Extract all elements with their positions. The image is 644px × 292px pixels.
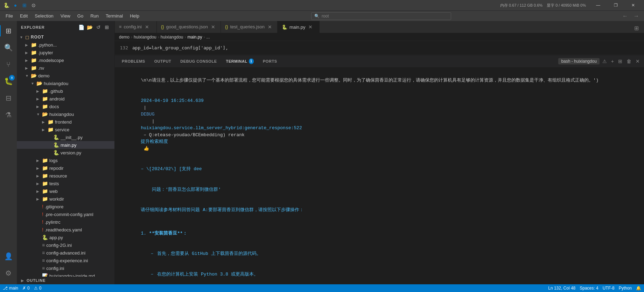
tab-main-py[interactable]: 🐍 main.py ✕ xyxy=(278,21,320,33)
tree-item-modelscope[interactable]: ▶ 📁 .modelscope xyxy=(17,56,114,64)
tree-item-jupyter[interactable]: ▶ 📁 .jupyter xyxy=(17,49,114,56)
nav-forward-button[interactable]: → xyxy=(631,12,641,20)
tree-item-config-advanced[interactable]: ≡ config-advanced.ini xyxy=(17,249,114,257)
tree-item-huixiangdou-md[interactable]: 📝 huixiangdou-inside.md xyxy=(17,272,114,277)
terminal-close-button[interactable]: ✕ xyxy=(634,58,641,65)
terminal-debug-line: 2024-04-10 16:25:44.639 | DEBUG | huixia… xyxy=(119,91,640,159)
tree-item-repodir[interactable]: ▶ 📁 repodir xyxy=(17,164,114,172)
tree-item-readthedocs[interactable]: ! .readthedocs.yaml xyxy=(17,226,114,234)
nav-back-button[interactable]: ← xyxy=(620,12,630,20)
tree-item-config-experience[interactable]: ≡ config-experience.ini xyxy=(17,257,114,264)
breadcrumb-sep-1: › xyxy=(131,35,132,40)
title-bar-right: 内存 0.67 / 112 GB 0.6% 显字 0 / 40950 MiB 0… xyxy=(500,0,641,11)
terminal-notice-line: \n\n请注意，以上步骤仅提供了一个基本的部署流程，您可能需要根据您的具体需求进… xyxy=(119,70,640,91)
tree-item-workdir[interactable]: ▶ 📁 workdir xyxy=(17,195,114,203)
tree-item-resource[interactable]: ▶ 📁 resource xyxy=(17,172,114,180)
tree-item-demo[interactable]: ▼ 📂 demo xyxy=(17,72,114,79)
activity-icon-git[interactable]: ⑂ xyxy=(0,56,17,73)
tree-item-app-py[interactable]: 🐍 app.py xyxy=(17,234,114,241)
status-language[interactable]: Python xyxy=(619,286,632,291)
new-file-icon[interactable]: 📄 xyxy=(78,24,85,31)
menu-help[interactable]: Help xyxy=(127,12,142,20)
terminal-split-button[interactable]: ⊞ xyxy=(617,58,624,65)
activity-icon-files[interactable]: ⊞ xyxy=(0,22,17,39)
tree-root[interactable]: ▼ ◻ ROOT xyxy=(17,33,114,41)
status-ln-col[interactable]: Ln 132, Col 48 xyxy=(548,286,575,291)
tree-item-web[interactable]: ▶ 📁 web xyxy=(17,187,114,195)
close-button[interactable]: ✕ xyxy=(625,0,641,11)
search-bar[interactable]: 🔍 root xyxy=(311,12,451,20)
tree-item-version-py[interactable]: 🐍 version.py xyxy=(17,149,114,157)
menu-selection[interactable]: Selection xyxy=(32,12,56,20)
status-warnings[interactable]: ⚠ 0 xyxy=(34,286,42,291)
tree-item-nv[interactable]: ▶ 📁 .nv xyxy=(17,64,114,72)
breadcrumb-dots[interactable]: ... xyxy=(206,35,210,40)
tree-item-python[interactable]: ▶ 📁 .python... xyxy=(17,41,114,49)
panel-tab-problems[interactable]: PROBLEMS xyxy=(118,55,149,68)
tree-item-logs[interactable]: ▶ 📁 logs xyxy=(17,157,114,164)
minimize-button[interactable]: — xyxy=(590,0,606,11)
tree-item-docs[interactable]: ▶ 📁 docs xyxy=(17,103,114,110)
tree-item-config-ini[interactable]: ≡ config.ini xyxy=(17,264,114,272)
tree-item-tests[interactable]: ▶ 📁 tests xyxy=(17,180,114,187)
menu-run[interactable]: Run xyxy=(88,12,102,20)
status-notification-bell[interactable]: 🔔 xyxy=(636,286,641,291)
tree-item-pylintrc[interactable]: ! .pylintrc xyxy=(17,218,114,226)
tab-config-ini[interactable]: ≡ config.ini ✕ xyxy=(115,21,157,33)
line-number: 132 xyxy=(115,45,132,50)
terminal-plus-button[interactable]: + xyxy=(610,58,615,65)
activity-icon-account[interactable]: 👤 xyxy=(0,248,17,265)
breadcrumb-demo[interactable]: demo xyxy=(119,35,130,40)
tab-close-main-py[interactable]: ✕ xyxy=(307,24,314,30)
tree-item-main-py[interactable]: 🐍 main.py xyxy=(17,141,114,149)
panel-tab-debug-console[interactable]: DEBUG CONSOLE xyxy=(176,55,221,68)
tree-item-init-py[interactable]: 🐍 __init__.py xyxy=(17,133,114,141)
menu-file[interactable]: File xyxy=(3,12,16,20)
breadcrumb-huixiangdou2[interactable]: huixiangdou xyxy=(161,35,183,40)
tab-right-actions: ⊞ xyxy=(631,23,644,33)
activity-icon-extensions[interactable]: ⊟ xyxy=(0,90,17,106)
menu-go[interactable]: Go xyxy=(75,12,86,20)
tree-item-pre-commit[interactable]: ! .pre-commit-config.yaml xyxy=(17,210,114,218)
panel-tab-terminal[interactable]: TERMINAL 1 xyxy=(222,55,258,68)
activity-icon-search[interactable]: 🔍 xyxy=(0,39,17,56)
tree-item-frontend[interactable]: ▶ 📁 frontend xyxy=(17,118,114,126)
activity-icon-science[interactable]: ⚗ xyxy=(0,106,17,123)
status-encoding[interactable]: UTF-8 xyxy=(603,286,615,291)
panel-tab-ports[interactable]: PORTS xyxy=(259,55,281,68)
terminal-area[interactable]: \n\n请注意，以上步骤仅提供了一个基本的部署流程，您可能需要根据您的具体需求进… xyxy=(115,67,644,284)
panel-tab-output[interactable]: OUTPUT xyxy=(150,55,176,68)
tree-item-huixiangdou-root[interactable]: ▼ 📂 huixiangdou xyxy=(17,79,114,87)
tab-close-test-queries[interactable]: ✕ xyxy=(267,24,273,30)
status-errors[interactable]: ✗ 0 xyxy=(22,286,30,291)
new-folder-icon[interactable]: 📂 xyxy=(86,24,93,31)
breadcrumb-main-py[interactable]: main.py xyxy=(188,35,202,40)
editor-area: ≡ config.ini ✕ {} good_questions.json ✕ … xyxy=(115,21,644,284)
tab-good-questions[interactable]: {} good_questions.json ✕ xyxy=(157,21,221,33)
tree-item-gitignore[interactable]: ! .gitignore xyxy=(17,203,114,210)
breadcrumb-huixiangdou1[interactable]: huixiangdou xyxy=(134,35,156,40)
tree-item-github[interactable]: ▶ 📁 .github xyxy=(17,87,114,95)
tab-close-config-ini[interactable]: ✕ xyxy=(144,24,150,30)
menu-terminal[interactable]: Terminal xyxy=(103,12,126,20)
code-content[interactable]: app_id=lark_group_config['app_id'], xyxy=(132,45,228,50)
tree-item-config-2g[interactable]: ≡ config-2G.ini xyxy=(17,241,114,249)
activity-icon-settings[interactable]: ⚙ xyxy=(0,265,17,281)
refresh-icon[interactable]: ↺ xyxy=(95,24,102,31)
status-branch[interactable]: ⎇ main xyxy=(3,286,18,291)
menu-view[interactable]: View xyxy=(58,12,73,20)
tab-label-good-questions: good_questions.json xyxy=(166,24,208,29)
tab-test-queries[interactable]: {} test_queries.json ✕ xyxy=(221,21,278,33)
maximize-button[interactable]: ❐ xyxy=(608,0,624,11)
tree-item-android[interactable]: ▶ 📁 android xyxy=(17,95,114,103)
terminal-trash-button[interactable]: 🗑 xyxy=(625,58,633,65)
outline-section[interactable]: ▶ OUTLINE xyxy=(17,277,114,284)
split-editor-button[interactable]: ⊞ xyxy=(631,23,641,33)
activity-icon-debug[interactable]: 🐛 8 xyxy=(0,73,17,90)
status-spaces[interactable]: Spaces: 4 xyxy=(580,286,598,291)
menu-edit[interactable]: Edit xyxy=(17,12,30,20)
tree-item-huixiangdou-inner[interactable]: ▼ 📂 huixiangdou xyxy=(17,110,114,118)
collapse-all-icon[interactable]: ⊞ xyxy=(103,24,110,31)
tree-item-service[interactable]: ▶ 📁 service xyxy=(17,126,114,133)
tab-close-good-questions[interactable]: ✕ xyxy=(210,24,216,30)
